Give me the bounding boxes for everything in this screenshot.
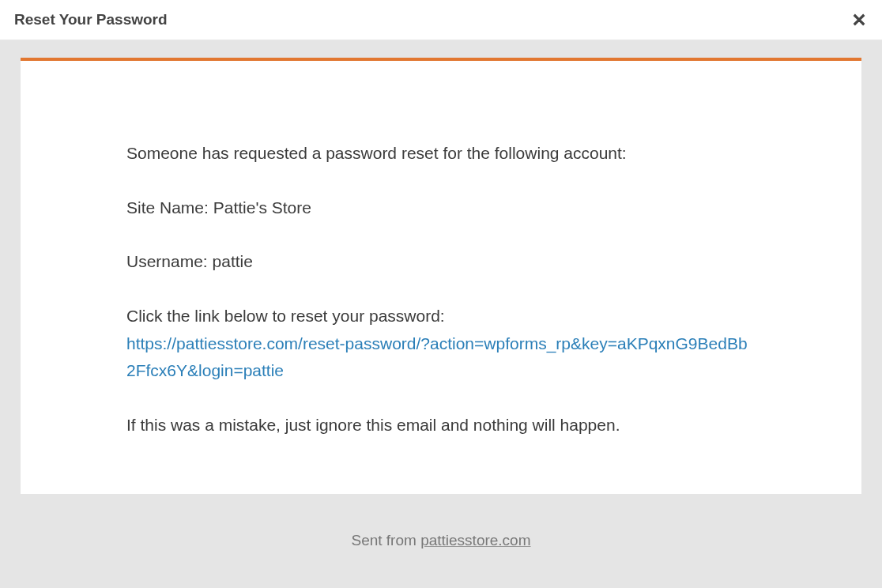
footer-domain-link[interactable]: pattiesstore.com: [420, 532, 530, 548]
mistake-note-text: If this was a mistake, just ignore this …: [126, 412, 756, 439]
close-icon: [850, 11, 868, 28]
modal-body: Someone has requested a password reset f…: [0, 40, 882, 588]
username-text: Username: pattie: [126, 248, 756, 276]
site-name-text: Site Name: Pattie's Store: [126, 194, 756, 222]
sent-from-label: Sent from: [351, 532, 420, 548]
modal-header: Reset Your Password: [0, 0, 882, 40]
instruction-text: Click the link below to reset your passw…: [126, 303, 756, 330]
modal-title: Reset Your Password: [14, 11, 168, 28]
email-footer: Sent from pattiesstore.com: [351, 494, 530, 565]
email-intro-text: Someone has requested a password reset f…: [126, 140, 756, 168]
reset-password-link[interactable]: https://pattiesstore.com/reset-password/…: [126, 334, 748, 380]
email-card: Someone has requested a password reset f…: [21, 58, 861, 494]
reset-link-block: https://pattiesstore.com/reset-password/…: [126, 330, 756, 385]
close-button[interactable]: [850, 11, 868, 28]
modal-container: Reset Your Password Someone has requeste…: [0, 0, 882, 588]
